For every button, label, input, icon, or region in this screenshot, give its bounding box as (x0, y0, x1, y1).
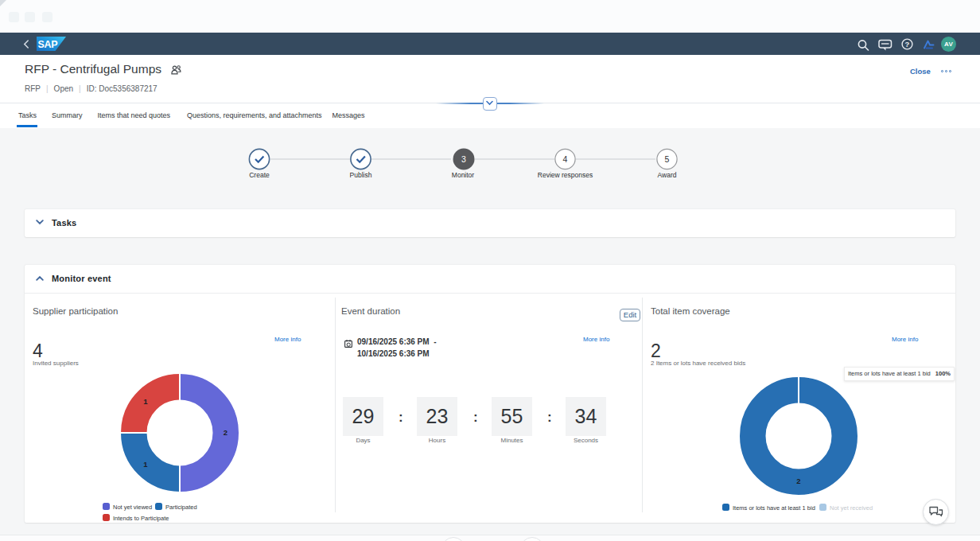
svg-text:Monitor: Monitor (452, 171, 475, 179)
svg-text:Publish: Publish (350, 171, 372, 179)
svg-text:3: 3 (461, 154, 466, 164)
svg-text:Create: Create (249, 171, 270, 179)
svg-text:?: ? (905, 40, 910, 49)
svg-text:1: 1 (143, 397, 148, 406)
svg-text:2: 2 (796, 477, 800, 485)
svg-text:SAP: SAP (38, 39, 58, 50)
svg-text:Award: Award (658, 171, 677, 179)
svg-text:1: 1 (143, 460, 148, 469)
svg-text:5: 5 (665, 154, 670, 164)
svg-text:Review responses: Review responses (538, 171, 593, 179)
svg-text:4: 4 (563, 154, 568, 164)
svg-text:2: 2 (224, 428, 228, 437)
